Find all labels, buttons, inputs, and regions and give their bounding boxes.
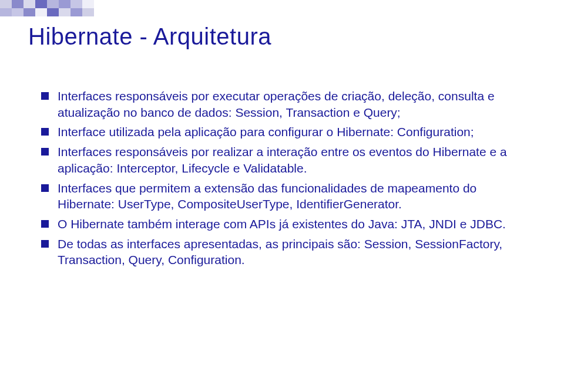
bullet-item: Interface utilizada pela aplicação para … (41, 124, 529, 140)
deco-cell (35, 8, 47, 16)
deco-cell (70, 8, 82, 16)
deco-cell (24, 8, 35, 16)
deco-cell (59, 8, 70, 16)
corner-decoration-row2 (0, 8, 94, 16)
deco-cell (82, 8, 94, 16)
deco-cell (0, 8, 12, 16)
slide-content: Interfaces responsáveis por executar ope… (41, 88, 529, 272)
slide: Hibernate - Arquitetura Interfaces respo… (0, 0, 564, 392)
deco-cell (47, 8, 59, 16)
bullet-item: O Hibernate também interage com APIs já … (41, 216, 529, 232)
bullet-item: De todas as interfaces apresentadas, as … (41, 236, 529, 268)
bullet-item: Interfaces que permitem a extensão das f… (41, 180, 529, 212)
bullet-item: Interfaces responsáveis por realizar a i… (41, 144, 529, 176)
slide-title: Hibernate - Arquitetura (28, 23, 271, 50)
deco-cell (12, 8, 24, 16)
bullet-list: Interfaces responsáveis por executar ope… (41, 88, 529, 268)
bullet-item: Interfaces responsáveis por executar ope… (41, 88, 529, 120)
